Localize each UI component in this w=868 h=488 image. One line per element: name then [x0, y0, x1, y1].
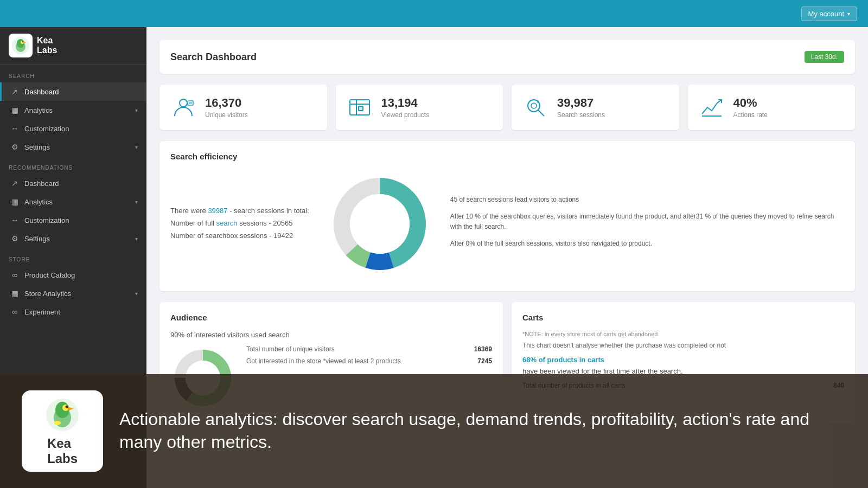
carts-note: *NOTE: in every store most of carts get …: [522, 331, 844, 337]
sidebar-item-rec-dashboard[interactable]: ↗ Dashboard: [0, 174, 146, 192]
stat-actions-rate: 40% Actions rate: [688, 85, 856, 130]
dashboard-header-card: Search Dashboard Last 30d.: [159, 40, 855, 74]
sidebar-item-product-catalog[interactable]: ∞ Product Catalog: [0, 266, 146, 284]
sidebar-section-search: SEARCH ↗ Dashboard ▦ Analytics ▾ ↔ Custo…: [0, 65, 146, 156]
audience-stat-row: Total number of unique visitors 16369: [246, 345, 492, 353]
sidebar-label: Dashboard: [24, 88, 59, 96]
sidebar-item-rec-analytics[interactable]: ▦ Analytics ▾: [0, 192, 146, 211]
svg-point-6: [180, 99, 187, 107]
settings-icon: ⚙: [10, 234, 19, 243]
sidebar-item-store-analytics[interactable]: ▦ Store Analytics ▾: [0, 284, 146, 303]
stat-label: Viewed products: [381, 111, 430, 119]
settings-icon: ⚙: [10, 143, 19, 151]
efficiency-right-text: 45 of search sessions lead visitors to a…: [450, 195, 844, 256]
audience-title: Audience: [170, 313, 492, 322]
donut-chart: [326, 170, 434, 280]
stat-label: Actions rate: [733, 111, 768, 119]
section-label-store: STORE: [0, 248, 146, 266]
stat-value: 39,987: [557, 96, 605, 110]
sidebar-item-experiment[interactable]: ∞ Experiment: [0, 303, 146, 321]
carts-desc: This chart doesn't analyse whether the p…: [522, 342, 844, 349]
svg-point-16: [531, 103, 537, 108]
overlay-logo-text: KeaLabs: [47, 436, 78, 466]
topbar: My account: [0, 0, 868, 27]
efficiency-note-2: After 10 % of the searchbox queries, vis…: [450, 211, 844, 232]
page-title: Search Dashboard: [170, 52, 257, 63]
svg-point-34: [54, 421, 61, 425]
analytics-icon: ▦: [10, 289, 19, 298]
stat-label: Search sessions: [557, 111, 605, 119]
sidebar-label: Customization: [24, 125, 69, 133]
chevron-down-icon: ▾: [135, 107, 138, 113]
sidebar-label: Dashboard: [24, 179, 59, 188]
sidebar-label: Settings: [24, 143, 50, 151]
sidebar-section-recommendations: RECOMMENDATIONS ↗ Dashboard ▦ Analytics …: [0, 156, 146, 248]
audience-subtitle: 90% of interested visitors used search: [170, 331, 492, 339]
viewed-products-icon: [347, 94, 373, 120]
stat-value: 13,194: [381, 96, 430, 110]
sidebar-label: Experiment: [24, 308, 60, 316]
unique-visitors-icon: [170, 94, 196, 120]
sidebar-label: Product Catalog: [24, 271, 75, 279]
svg-point-33: [66, 406, 68, 408]
section-label-search: SEARCH: [0, 65, 146, 82]
audience-stat-value: 7245: [477, 357, 492, 365]
sidebar-label: Store Analytics: [24, 290, 71, 298]
svg-rect-13: [359, 106, 363, 111]
audience-stat-value: 16369: [474, 345, 492, 353]
audience-stat-label: Total number of unique visitors: [246, 345, 335, 353]
audience-stat-label: Got interested in the store *viewed at l…: [246, 357, 401, 365]
carts-stat1: 68% of products in carts: [522, 356, 844, 364]
sidebar-item-search-settings[interactable]: ⚙ Settings ▾: [0, 138, 146, 156]
svg-line-15: [538, 110, 544, 116]
sidebar-item-search-customization[interactable]: ↔ Customization: [0, 119, 146, 138]
sidebar-logo: KeaLabs: [0, 27, 146, 65]
logo-box: [9, 34, 33, 57]
chevron-down-icon: ▾: [135, 291, 138, 297]
search-efficiency-title: Search efficiency: [170, 152, 844, 161]
catalog-icon: ∞: [10, 271, 19, 279]
efficiency-stat-total: There were 39987 - search sessions in to…: [170, 207, 309, 215]
customization-icon: ↔: [10, 124, 19, 133]
sidebar-item-search-analytics[interactable]: ▦ Analytics ▾: [0, 101, 146, 119]
analytics-icon: ▦: [10, 197, 19, 206]
sidebar-item-search-dashboard[interactable]: ↗ Dashboard: [0, 82, 146, 101]
stat-unique-visitors: 16,370 Unique visitors: [159, 85, 327, 130]
experiment-icon: ∞: [10, 307, 19, 316]
search-efficiency-card: Search efficiency There were 39987 - sea…: [159, 141, 855, 291]
efficiency-stat-full: Number of full search sessions - 20565: [170, 219, 309, 227]
efficiency-stat-searchbox: Number of searchbox sessions - 19422: [170, 232, 309, 240]
overlay-logo: KeaLabs: [22, 390, 103, 472]
sidebar-section-store: STORE ∞ Product Catalog ▦ Store Analytic…: [0, 248, 146, 321]
stat-viewed-products: 13,194 Viewed products: [336, 85, 503, 130]
customization-icon: ↔: [10, 216, 19, 224]
sidebar-item-rec-customization[interactable]: ↔ Customization: [0, 211, 146, 229]
sidebar-label: Analytics: [24, 106, 53, 114]
svg-rect-7: [188, 101, 193, 105]
logo-text: KeaLabs: [37, 36, 57, 55]
stat-value: 40%: [733, 96, 768, 110]
sidebar-label: Customization: [24, 216, 69, 224]
sidebar-item-rec-settings[interactable]: ⚙ Settings ▾: [0, 229, 146, 248]
svg-point-23: [350, 194, 410, 254]
stats-row: 16,370 Unique visitors 13,194 Viewed pro…: [159, 85, 855, 130]
dashboard-icon: ↗: [10, 87, 19, 96]
audience-stat-row: Got interested in the store *viewed at l…: [246, 357, 492, 365]
stat-label: Unique visitors: [205, 111, 248, 119]
analytics-icon: ▦: [10, 106, 19, 114]
overlay-banner: KeaLabs Actionable analytics: discover s…: [0, 374, 868, 488]
actions-rate-icon: [699, 94, 725, 120]
stat-value: 16,370: [205, 96, 248, 110]
my-account-button[interactable]: My account: [801, 7, 857, 21]
efficiency-note-1: 45 of search sessions lead visitors to a…: [450, 195, 844, 205]
chevron-down-icon: ▾: [135, 236, 138, 242]
svg-point-5: [22, 41, 23, 42]
date-range-badge[interactable]: Last 30d.: [805, 51, 844, 63]
audience-stats: Total number of unique visitors 16369 Go…: [246, 345, 492, 369]
efficiency-note-3: After 0% of the full search sessions, vi…: [450, 239, 844, 249]
overlay-message: Actionable analytics: discover search us…: [119, 408, 846, 453]
chevron-down-icon: ▾: [135, 199, 138, 205]
stat-search-sessions: 39,987 Search sessions: [512, 85, 679, 130]
carts-title: Carts: [522, 313, 844, 322]
sidebar-label: Analytics: [24, 198, 53, 206]
